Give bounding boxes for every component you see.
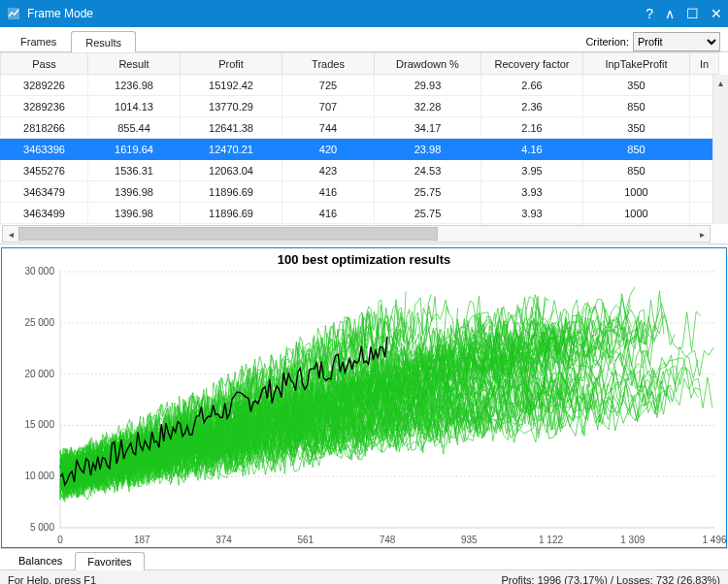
svg-text:15 000: 15 000 [24, 419, 54, 430]
table-cell: 1014.13 [88, 96, 181, 117]
tab-favorites[interactable]: Favorites [75, 552, 144, 570]
svg-text:1 496: 1 496 [702, 535, 726, 545]
col-header[interactable]: In [690, 53, 719, 75]
table-cell: 25.75 [375, 203, 481, 224]
table-cell: 850 [583, 96, 690, 117]
table-cell: 850 [583, 139, 690, 160]
table-cell: 3455276 [1, 160, 88, 181]
svg-text:25 000: 25 000 [24, 317, 54, 328]
svg-text:374: 374 [215, 535, 232, 545]
scroll-left-icon[interactable]: ◂ [3, 226, 18, 242]
svg-text:20 000: 20 000 [24, 369, 54, 379]
table-cell: 1000 [583, 181, 690, 203]
table-cell: 2.36 [481, 96, 583, 117]
table-cell: 29.93 [375, 75, 481, 96]
col-header[interactable]: Drawdown % [375, 53, 481, 75]
criterion-label: Criterion: [585, 36, 629, 48]
tab-results[interactable]: Results [71, 31, 136, 52]
svg-text:935: 935 [461, 535, 478, 545]
table-cell: 3463396 [1, 139, 88, 160]
table-cell: 350 [583, 117, 690, 139]
table-cell: 3.93 [481, 181, 583, 203]
table-cell: 24.53 [375, 160, 481, 181]
table-cell: 725 [282, 75, 375, 96]
table-cell: 350 [583, 75, 690, 96]
chart-canvas: 5 00010 00015 00020 00025 00030 00001873… [2, 248, 728, 549]
table-cell: 2.66 [481, 75, 583, 96]
col-header[interactable]: Result [88, 53, 181, 75]
results-table[interactable]: PassResultProfitTradesDrawdown %Recovery… [0, 52, 719, 225]
table-cell: 23.98 [375, 139, 481, 160]
table-cell: 416 [282, 181, 375, 203]
table-hscroll[interactable]: ◂ ▸ [2, 225, 711, 243]
table-row[interactable]: 2818266855.4412641.3874434.172.16350 [1, 117, 719, 139]
hscroll-track[interactable] [18, 227, 694, 241]
table-cell: 11896.69 [181, 203, 282, 224]
col-header[interactable]: Pass [1, 53, 88, 75]
table-cell: 25.75 [375, 181, 481, 203]
svg-text:1 309: 1 309 [620, 535, 645, 545]
table-row[interactable]: 32892361014.1313770.2970732.282.36850 [1, 96, 719, 117]
criterion-control: Criterion: Profit [585, 32, 728, 51]
table-cell: 850 [583, 160, 690, 181]
table-cell: 12470.21 [181, 139, 282, 160]
results-table-wrap: PassResultProfitTradesDrawdown %Recovery… [0, 52, 728, 244]
table-cell: 3289226 [1, 75, 88, 96]
table-cell: 34.17 [375, 117, 481, 139]
top-tabbar: Frames Results Criterion: Profit [0, 27, 728, 52]
maximize-icon[interactable]: ☐ [686, 6, 699, 21]
table-cell: 11896.69 [181, 181, 282, 203]
table-cell: 423 [282, 160, 375, 181]
svg-text:10 000: 10 000 [24, 470, 54, 481]
app-icon [6, 6, 21, 21]
table-cell: 1396.98 [88, 181, 181, 203]
table-cell: 744 [282, 117, 375, 139]
table-row[interactable]: 34633961619.6412470.2142023.984.16850 [1, 139, 719, 160]
svg-text:187: 187 [134, 535, 150, 545]
table-row[interactable]: 32892261236.9815192.4272529.932.66350 [1, 75, 719, 96]
table-row[interactable]: 34552761536.3112063.0442324.533.95850 [1, 160, 719, 181]
table-cell: 1000 [583, 203, 690, 224]
table-cell: 420 [282, 139, 375, 160]
col-header[interactable]: InpTakeProfit [583, 53, 690, 75]
window-title: Frame Mode [27, 7, 645, 20]
table-cell: 4.16 [481, 139, 583, 160]
svg-text:30 000: 30 000 [24, 266, 54, 276]
help-icon[interactable]: ? [645, 6, 653, 21]
table-vscroll[interactable]: ▴ [712, 75, 728, 224]
table-cell: 2818266 [1, 117, 88, 139]
table-cell: 3.95 [481, 160, 583, 181]
svg-text:5 000: 5 000 [30, 522, 54, 533]
table-cell: 15192.42 [181, 75, 282, 96]
col-header[interactable]: Profit [181, 53, 282, 75]
svg-text:748: 748 [380, 535, 396, 545]
status-help: For Help, press F1 [8, 574, 501, 585]
table-cell: 1236.98 [88, 75, 181, 96]
tab-balances[interactable]: Balances [6, 551, 75, 569]
table-cell: 1396.98 [88, 203, 181, 224]
expand-icon[interactable]: ∧ [665, 6, 675, 21]
titlebar: Frame Mode ? ∧ ☐ ✕ [0, 0, 728, 27]
col-header[interactable]: Trades [282, 53, 375, 75]
table-cell: 1619.64 [88, 139, 181, 160]
close-icon[interactable]: ✕ [711, 6, 722, 21]
scroll-right-icon[interactable]: ▸ [694, 226, 710, 242]
scroll-up-icon[interactable]: ▴ [713, 75, 728, 90]
table-cell: 3289236 [1, 96, 88, 117]
svg-text:561: 561 [297, 535, 314, 545]
status-right: Profits: 1996 (73.17%) / Losses: 732 (26… [501, 574, 720, 585]
table-row[interactable]: 34634791396.9811896.6941625.753.931000 [1, 181, 719, 203]
table-cell: 416 [282, 203, 375, 224]
hscroll-thumb[interactable] [18, 227, 438, 241]
bottom-tabbar: Balances Favorites [0, 548, 728, 569]
table-row[interactable]: 34634991396.9811896.6941625.753.931000 [1, 203, 719, 224]
col-header[interactable]: Recovery factor [481, 53, 583, 75]
tab-frames[interactable]: Frames [6, 30, 71, 51]
criterion-select[interactable]: Profit [633, 32, 720, 51]
chart-panel: 100 best optimization results 5 00010 00… [1, 247, 727, 548]
table-cell: 32.28 [375, 96, 481, 117]
table-cell: 2.16 [481, 117, 583, 139]
table-cell: 1536.31 [88, 160, 181, 181]
table-cell: 3463479 [1, 181, 88, 203]
svg-text:1 122: 1 122 [539, 535, 563, 545]
